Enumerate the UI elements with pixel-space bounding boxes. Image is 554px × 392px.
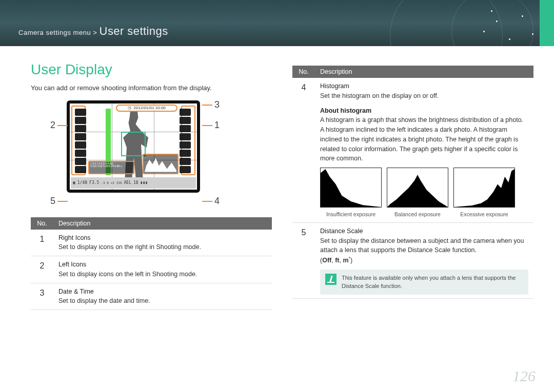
right-icons-highlight xyxy=(181,106,195,175)
left-icon xyxy=(75,109,86,116)
note-text: This feature is available only when you … xyxy=(342,274,523,291)
note-box: This feature is available only when you … xyxy=(320,270,528,295)
row-title: Date & Time xyxy=(58,287,267,297)
lcd-iso: ISO xyxy=(116,181,122,184)
battery-icon: ▮▮▮ xyxy=(141,180,148,185)
row-title: Histogram xyxy=(320,81,528,91)
lcd-ev-scale: -3 0 +3 xyxy=(101,181,114,184)
right-icon xyxy=(180,109,191,116)
breadcrumb-title: User settings xyxy=(100,25,168,37)
table-row: 2 Left Icons Set to display icons on the… xyxy=(31,256,272,283)
row-line: Set the histogram on the display on or o… xyxy=(320,92,439,99)
right-icon xyxy=(180,166,191,173)
left-icon xyxy=(75,141,86,149)
row-no: 4 xyxy=(292,78,315,222)
callout-5: 5 xyxy=(50,196,55,207)
right-icon xyxy=(180,125,191,132)
histogram-captions: Insufficient exposure Balanced exposure … xyxy=(320,211,528,219)
table-row: 1 Right Icons Set to display icons on th… xyxy=(31,230,272,256)
lcd-datetime: 2012/01/01 10:00 xyxy=(133,106,165,110)
left-description-table: No. Description 1 Right Icons Set to dis… xyxy=(31,217,272,311)
cap-excessive: Excessive exposure xyxy=(453,211,515,219)
col-no: No. xyxy=(292,66,315,78)
lcd-shutter: 1/40 xyxy=(77,180,87,185)
right-icon xyxy=(180,158,191,165)
table-row: 3 Date & Time Set to display the date an… xyxy=(31,283,272,310)
histogram-shape xyxy=(145,157,176,172)
mode-icon: ▣ xyxy=(73,180,75,185)
row-body: A histogram is a graph that shows the br… xyxy=(320,116,523,162)
lcd-shots: 10 xyxy=(133,180,138,185)
row-title: Distance Scale xyxy=(320,226,528,236)
callout-3: 3 xyxy=(214,99,220,110)
left-icon xyxy=(75,133,86,140)
breadcrumb: Camera settings menu > User settings xyxy=(18,25,168,38)
lcd-status-bar: ▣ 1/40 F3.5 -3 0 +3 ISO AEL 10 ▮▮▮ xyxy=(71,177,196,189)
row-title: Left Icons xyxy=(58,260,267,270)
table-row: 5 Distance Scale Set to display the dist… xyxy=(292,222,533,298)
row-no: 3 xyxy=(31,283,53,310)
row-no: 1 xyxy=(31,230,53,256)
opts: (Off, ft, m*) xyxy=(320,257,352,264)
row-title: Right Icons xyxy=(58,233,267,243)
section-intro: You can add or remove shooting informati… xyxy=(31,83,272,93)
right-icon xyxy=(180,133,191,140)
left-icons-highlight xyxy=(71,106,86,175)
row-subhead: About histogram xyxy=(320,106,528,116)
left-icon xyxy=(75,150,86,157)
row-desc: Set to display icons on the right in Sho… xyxy=(58,243,201,251)
section-title: User Display xyxy=(31,61,272,78)
lcd-diagram: ◷ 2012/01/01 10:00 1 3.4 1.4 0.5 0.4 (M)… xyxy=(51,100,215,213)
right-icon xyxy=(180,117,191,124)
right-column: No. Description 4 Histogram Set the hist… xyxy=(292,61,533,310)
row-no: 2 xyxy=(31,256,53,283)
page-header: Camera settings menu > User settings xyxy=(0,0,554,46)
row-desc: Set to display icons on the left in Shoo… xyxy=(58,271,197,278)
row-desc: Set to display the date and time. xyxy=(58,297,150,304)
focus-bracket-icon xyxy=(121,132,146,156)
callout-1: 1 xyxy=(214,120,220,131)
left-icon xyxy=(75,166,86,173)
page-number: 126 xyxy=(512,367,536,385)
right-icon xyxy=(180,141,191,149)
right-icon xyxy=(180,150,191,157)
cap-balanced: Balanced exposure xyxy=(387,211,448,219)
col-desc: Description xyxy=(53,217,272,230)
left-column: User Display You can add or remove shoot… xyxy=(31,61,272,310)
callout-4: 4 xyxy=(214,196,220,207)
callout-2: 2 xyxy=(50,120,55,131)
histogram-insufficient xyxy=(320,168,382,208)
cap-insufficient: Insufficient exposure xyxy=(320,211,382,219)
header-circle-decor xyxy=(451,0,533,46)
header-accent-bar xyxy=(540,0,554,46)
lcd-ael: AEL xyxy=(124,180,131,185)
histogram-balanced xyxy=(387,168,448,208)
content-area: User Display You can add or remove shoot… xyxy=(0,46,554,310)
col-desc: Description xyxy=(315,66,533,78)
breadcrumb-prefix: Camera settings menu > xyxy=(18,29,100,36)
clock-icon: ◷ xyxy=(128,106,131,110)
distance-scale-highlight: 1 3.4 1.4 0.5 0.4 (M) 0.101 0.20 0.23 0.… xyxy=(88,161,134,174)
histogram-examples xyxy=(320,168,528,208)
histogram-excessive xyxy=(453,168,515,208)
row-no: 5 xyxy=(292,222,315,298)
col-no: No. xyxy=(31,217,53,230)
scale-bot-row: 0.101 0.20 0.23 0.24 0.98 ∞ xyxy=(90,165,132,168)
left-icon xyxy=(75,158,86,165)
lcd-aperture: F3.5 xyxy=(89,180,99,185)
left-icon xyxy=(75,125,86,132)
row-body: Set to display the distance between a su… xyxy=(320,237,524,254)
datetime-highlight: ◷ 2012/01/01 10:00 xyxy=(116,105,177,112)
camera-lcd: ◷ 2012/01/01 10:00 1 3.4 1.4 0.5 0.4 (M)… xyxy=(67,100,200,193)
histogram-highlight xyxy=(143,154,179,174)
table-row: 4 Histogram Set the histogram on the dis… xyxy=(292,78,533,222)
right-description-table: No. Description 4 Histogram Set the hist… xyxy=(292,66,533,299)
left-icon xyxy=(75,117,86,124)
note-icon xyxy=(325,274,337,285)
